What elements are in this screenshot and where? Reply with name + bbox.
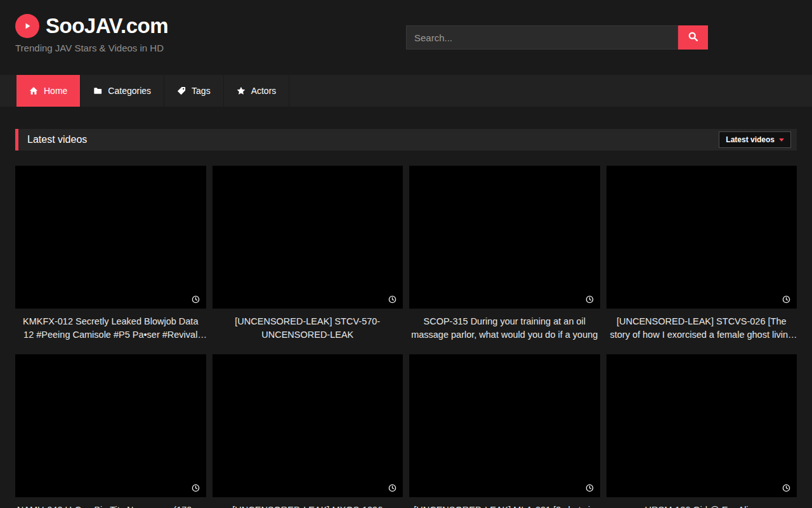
- sort-dropdown[interactable]: Latest videos: [719, 131, 791, 148]
- video-card[interactable]: NAMU-042 U-Cup Big Tits Newcomer (170cm …: [15, 354, 206, 508]
- video-thumbnail: [213, 166, 403, 309]
- video-card[interactable]: [UNCENSORED-LEAK] MLA-231 [3 shots in: [409, 354, 600, 508]
- video-grid: KMKFX-012 Secretly Leaked Blowjob Data 1…: [15, 166, 797, 508]
- nav-item-tags[interactable]: Tags: [164, 75, 224, 107]
- video-card[interactable]: [UNCENSORED-LEAK] MXGS-1296 Absolutely: [213, 354, 403, 508]
- video-thumbnail: [409, 354, 600, 497]
- search-form: [406, 25, 708, 50]
- play-icon: [15, 14, 39, 38]
- home-icon: [29, 86, 38, 95]
- video-card[interactable]: KMKFX-012 Secretly Leaked Blowjob Data 1…: [15, 166, 206, 342]
- search-button[interactable]: [678, 25, 708, 50]
- video-title: NAMU-042 U-Cup Big Tits Newcomer (170cm …: [15, 504, 206, 508]
- clock-icon: [388, 484, 396, 492]
- sort-dropdown-label: Latest videos: [726, 135, 775, 144]
- clock-icon: [586, 484, 594, 492]
- clock-icon: [586, 295, 594, 304]
- caret-down-icon: [779, 138, 784, 142]
- video-title: KMKFX-012 Secretly Leaked Blowjob Data 1…: [15, 315, 206, 342]
- section-title: Latest videos: [27, 134, 87, 145]
- tag-icon: [177, 86, 186, 95]
- main-content: Latest videos Latest videos KMKFX-012 Se…: [0, 129, 812, 508]
- video-thumbnail: [213, 354, 403, 497]
- clock-icon: [192, 484, 200, 492]
- video-card[interactable]: SCOP-315 During your training at an oil …: [409, 166, 600, 342]
- section-header: Latest videos Latest videos: [15, 129, 797, 150]
- video-card[interactable]: [UNCENSORED-LEAK] STCVS-026 [The story o…: [606, 166, 797, 342]
- clock-icon: [388, 295, 396, 304]
- site-header: SooJAV.com Trending JAV Stars & Videos i…: [0, 0, 812, 75]
- video-title: [UNCENSORED-LEAK] STCV-570-UNCENSORED-LE…: [213, 315, 403, 342]
- search-input[interactable]: [406, 25, 678, 50]
- clock-icon: [782, 295, 790, 304]
- nav-item-home[interactable]: Home: [16, 75, 81, 107]
- video-thumbnail: [15, 354, 206, 497]
- video-title: URSM-186 Girl @ Era Alice: [606, 504, 797, 508]
- video-card[interactable]: URSM-186 Girl @ Era Alice: [606, 354, 797, 508]
- video-thumbnail: [606, 354, 797, 497]
- video-card[interactable]: [UNCENSORED-LEAK] STCV-570-UNCENSORED-LE…: [213, 166, 403, 342]
- video-thumbnail: [409, 166, 600, 309]
- main-nav: Home Categories Tags Actors: [0, 75, 812, 107]
- site-name: SooJAV.com: [46, 14, 168, 38]
- folder-icon: [93, 86, 102, 95]
- nav-item-categories[interactable]: Categories: [81, 75, 164, 107]
- video-title: [UNCENSORED-LEAK] MLA-231 [3 shots in: [409, 504, 600, 508]
- video-title: [UNCENSORED-LEAK] STCVS-026 [The story o…: [606, 315, 797, 342]
- nav-item-actors[interactable]: Actors: [224, 75, 290, 107]
- video-title: [UNCENSORED-LEAK] MXGS-1296 Absolutely: [213, 504, 403, 508]
- video-title: SCOP-315 During your training at an oil …: [409, 315, 600, 342]
- video-thumbnail: [606, 166, 797, 309]
- video-thumbnail: [15, 166, 206, 309]
- site-logo[interactable]: SooJAV.com: [15, 14, 168, 38]
- star-icon: [237, 86, 246, 95]
- clock-icon: [192, 295, 200, 304]
- clock-icon: [782, 484, 790, 492]
- search-icon: [688, 31, 698, 44]
